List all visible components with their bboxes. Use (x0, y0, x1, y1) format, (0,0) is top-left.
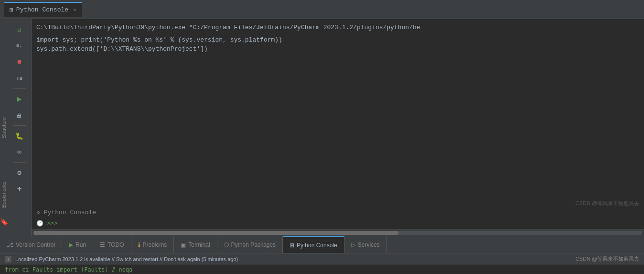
prompt-line: 🕐 >>> (32, 218, 644, 229)
tab-problems[interactable]: ℹ Problems (131, 236, 174, 253)
console-scrollbar[interactable] (32, 229, 644, 236)
scroll-to-end-btn[interactable]: ≡↓ (12, 38, 27, 54)
services-icon: ▷ (351, 241, 355, 248)
run-icon: ▶ (69, 241, 73, 248)
infinity-btn[interactable]: ∞ (12, 144, 27, 160)
version-control-icon: ⎇ (7, 241, 13, 248)
python-console-tab[interactable]: ⊞ Python Console × (4, 2, 82, 17)
scrollbar-track[interactable] (33, 231, 642, 235)
rerun-btn[interactable]: ↺ (12, 22, 27, 37)
problems-icon: ℹ (138, 241, 140, 248)
notification-text[interactable]: Localized PyCharm 2023.1.2 is available … (15, 256, 238, 262)
toolbar: ↺ ≡↓ ■ ⬇≡ ▶ 🖨 🐛 ∞ ⚙ + (8, 19, 32, 236)
status-bar: i Localized PyCharm 2023.1.2 is availabl… (0, 253, 644, 264)
toolbar-divider-2 (13, 125, 26, 126)
console-area[interactable]: C:\TBuild\ThirdParty\Python39\python.exe… (32, 19, 644, 236)
terminal-icon: ▣ (181, 241, 186, 248)
settings-btn[interactable]: ⚙ (12, 165, 27, 180)
sys-line: sys.path.extend(['D:\\XTRANS\\pythonProj… (36, 44, 639, 54)
tab-todo-label: TODO (107, 241, 124, 248)
chevron-right-icon: » (36, 209, 40, 216)
tab-problems-label: Problems (143, 241, 167, 248)
tab-todo[interactable]: ☰ TODO (93, 236, 131, 253)
path-line: C:\TBuild\ThirdParty\Python39\python.exe… (36, 23, 639, 33)
main-area: Structure Bookmarks 🔖 ↺ ≡↓ ■ ⬇≡ ▶ 🖨 🐛 ∞ … (0, 19, 644, 236)
console-header-section: » Python Console (32, 207, 644, 218)
structure-label: Structure (1, 117, 7, 138)
filter-btn[interactable]: ⬇≡ (12, 71, 27, 86)
run-btn[interactable]: ▶ (12, 91, 27, 107)
toolbar-divider-1 (13, 88, 26, 89)
console-output: C:\TBuild\ThirdParty\Python39\python.exe… (32, 19, 644, 207)
tab-python-console-label: Python Console (297, 242, 337, 249)
scrollbar-thumb[interactable] (33, 231, 398, 235)
toolbar-divider-3 (13, 162, 26, 163)
notification-icon: i (5, 256, 11, 263)
bottom-partial-line: from ci-Faults import (Faults) # noqa (0, 264, 644, 274)
status-left: i Localized PyCharm 2023.1.2 is availabl… (5, 256, 238, 263)
stop-btn[interactable]: ■ (12, 55, 27, 70)
tab-services[interactable]: ▷ Services (344, 236, 387, 253)
bottom-tabs: ⎇ Version Control ▶ Run ☰ TODO ℹ Problem… (0, 236, 644, 253)
tab-terminal-label: Terminal (188, 241, 210, 248)
python-console-tab-icon: ⊞ (290, 242, 294, 249)
add-btn[interactable]: + (12, 181, 27, 197)
tab-python-console[interactable]: ⊞ Python Console (283, 236, 344, 253)
bookmark-icon: 🔖 (0, 218, 8, 226)
tab-run-label: Run (75, 241, 86, 248)
bookmarks-label: Bookmarks (1, 181, 7, 208)
partial-code-text: from ci-Faults import (Faults) # noqa (5, 266, 132, 273)
left-sidebar: Structure Bookmarks 🔖 (0, 19, 8, 236)
tab-version-control[interactable]: ⎇ Version Control (0, 236, 62, 253)
tab-terminal[interactable]: ▣ Terminal (174, 236, 217, 253)
clock-icon: 🕐 (36, 220, 43, 227)
tab-label: Python Console (16, 6, 68, 13)
tab-python-packages[interactable]: ⬡ Python Packages (217, 236, 283, 253)
debug-btn[interactable]: 🐛 (12, 128, 27, 143)
console-section-label: Python Console (44, 209, 96, 216)
tab-version-control-label: Version Control (16, 241, 55, 248)
tab-icon: ⊞ (10, 6, 13, 14)
print-btn[interactable]: 🖨 (12, 108, 27, 123)
watermark: CSDN @等风来不如迎风去 (576, 200, 639, 207)
todo-icon: ☰ (100, 241, 105, 248)
watermark-status: CSDN @等风来不如迎风去 (576, 255, 639, 263)
prompt-symbol: >>> (46, 220, 57, 227)
import-line: import sys; print('Python %s on %s' % (s… (36, 35, 639, 45)
tab-services-label: Services (358, 241, 380, 248)
tab-python-packages-label: Python Packages (231, 241, 276, 248)
title-bar: ⊞ Python Console × (0, 0, 644, 19)
tab-close-button[interactable]: × (73, 7, 76, 13)
tab-run[interactable]: ▶ Run (62, 236, 93, 253)
python-packages-icon: ⬡ (224, 241, 229, 248)
